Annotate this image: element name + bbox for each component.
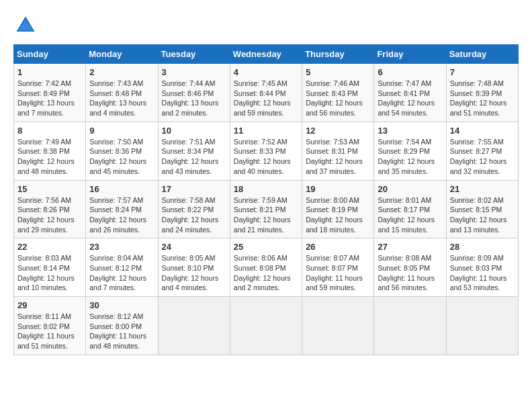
day-detail: Sunrise: 7:58 AMSunset: 8:22 PMDaylight:… (162, 196, 219, 234)
day-number: 16 (89, 184, 154, 194)
calendar-cell: 29 Sunrise: 8:11 AMSunset: 8:02 PMDaylig… (14, 297, 86, 355)
day-detail: Sunrise: 7:56 AMSunset: 8:26 PMDaylight:… (17, 196, 75, 234)
day-detail: Sunrise: 7:47 AMSunset: 8:41 PMDaylight:… (378, 79, 435, 117)
calendar-cell (302, 297, 374, 355)
day-number: 5 (306, 67, 370, 77)
calendar-cell: 12 Sunrise: 7:53 AMSunset: 8:31 PMDaylig… (302, 122, 374, 180)
day-detail: Sunrise: 8:03 AMSunset: 8:14 PMDaylight:… (17, 254, 75, 291)
calendar-cell: 3 Sunrise: 7:44 AMSunset: 8:46 PMDayligh… (158, 64, 230, 122)
column-header-thursday: Thursday (302, 45, 374, 64)
calendar-cell: 15 Sunrise: 7:56 AMSunset: 8:26 PMDaylig… (14, 180, 86, 238)
calendar-cell: 16 Sunrise: 7:57 AMSunset: 8:24 PMDaylig… (86, 180, 158, 238)
calendar-cell: 23 Sunrise: 8:04 AMSunset: 8:12 PMDaylig… (86, 238, 158, 297)
calendar-cell: 7 Sunrise: 7:48 AMSunset: 8:39 PMDayligh… (446, 64, 518, 122)
day-detail: Sunrise: 7:54 AMSunset: 8:29 PMDaylight:… (378, 138, 435, 175)
day-number: 10 (162, 126, 226, 136)
calendar-header: SundayMondayTuesdayWednesdayThursdayFrid… (14, 45, 519, 64)
day-number: 17 (162, 184, 226, 194)
calendar-cell: 26 Sunrise: 8:07 AMSunset: 8:07 PMDaylig… (302, 238, 374, 297)
day-number: 24 (162, 242, 226, 252)
calendar-cell: 20 Sunrise: 8:01 AMSunset: 8:17 PMDaylig… (374, 180, 446, 238)
day-number: 25 (234, 242, 298, 252)
day-number: 30 (89, 300, 154, 310)
calendar-week-row: 8 Sunrise: 7:49 AMSunset: 8:38 PMDayligh… (14, 122, 519, 180)
calendar-cell: 30 Sunrise: 8:12 AMSunset: 8:00 PMDaylig… (86, 297, 158, 355)
day-detail: Sunrise: 7:45 AMSunset: 8:44 PMDaylight:… (234, 79, 291, 117)
day-detail: Sunrise: 8:08 AMSunset: 8:05 PMDaylight:… (378, 254, 435, 291)
calendar-cell: 9 Sunrise: 7:50 AMSunset: 8:36 PMDayligh… (86, 122, 158, 180)
column-header-saturday: Saturday (446, 45, 518, 64)
calendar-cell (446, 297, 518, 355)
day-number: 26 (306, 242, 370, 252)
calendar-body: 1 Sunrise: 7:42 AMSunset: 8:49 PMDayligh… (14, 64, 519, 355)
day-detail: Sunrise: 8:06 AMSunset: 8:08 PMDaylight:… (234, 254, 291, 291)
day-number: 27 (378, 242, 442, 252)
day-detail: Sunrise: 7:44 AMSunset: 8:46 PMDaylight:… (162, 79, 219, 117)
calendar-cell: 18 Sunrise: 7:59 AMSunset: 8:21 PMDaylig… (230, 180, 302, 238)
day-detail: Sunrise: 8:09 AMSunset: 8:03 PMDaylight:… (450, 254, 507, 291)
day-detail: Sunrise: 8:01 AMSunset: 8:17 PMDaylight:… (378, 196, 435, 234)
column-header-tuesday: Tuesday (158, 45, 230, 64)
day-number: 15 (17, 184, 82, 194)
day-number: 6 (378, 67, 442, 77)
day-detail: Sunrise: 7:59 AMSunset: 8:21 PMDaylight:… (234, 196, 291, 234)
calendar-cell: 19 Sunrise: 8:00 AMSunset: 8:19 PMDaylig… (302, 180, 374, 238)
day-detail: Sunrise: 7:53 AMSunset: 8:31 PMDaylight:… (306, 138, 363, 175)
day-number: 1 (17, 67, 82, 77)
day-number: 2 (89, 67, 154, 77)
column-header-friday: Friday (374, 45, 446, 64)
calendar-cell: 2 Sunrise: 7:43 AMSunset: 8:48 PMDayligh… (86, 64, 158, 122)
day-detail: Sunrise: 8:07 AMSunset: 8:07 PMDaylight:… (306, 254, 363, 291)
day-number: 13 (378, 126, 442, 136)
column-header-sunday: Sunday (14, 45, 86, 64)
header-row: SundayMondayTuesdayWednesdayThursdayFrid… (14, 45, 519, 64)
day-number: 29 (17, 300, 82, 310)
day-detail: Sunrise: 7:48 AMSunset: 8:39 PMDaylight:… (450, 79, 507, 117)
day-detail: Sunrise: 8:00 AMSunset: 8:19 PMDaylight:… (306, 196, 363, 234)
calendar-cell: 10 Sunrise: 7:51 AMSunset: 8:34 PMDaylig… (158, 122, 230, 180)
day-number: 18 (234, 184, 298, 194)
day-number: 8 (17, 126, 82, 136)
calendar-table: SundayMondayTuesdayWednesdayThursdayFrid… (13, 44, 519, 355)
day-detail: Sunrise: 7:46 AMSunset: 8:43 PMDaylight:… (306, 79, 363, 117)
calendar-cell: 8 Sunrise: 7:49 AMSunset: 8:38 PMDayligh… (14, 122, 86, 180)
column-header-wednesday: Wednesday (230, 45, 302, 64)
calendar-week-row: 15 Sunrise: 7:56 AMSunset: 8:26 PMDaylig… (14, 180, 519, 238)
calendar-cell: 11 Sunrise: 7:52 AMSunset: 8:33 PMDaylig… (230, 122, 302, 180)
day-detail: Sunrise: 7:51 AMSunset: 8:34 PMDaylight:… (162, 138, 219, 175)
day-number: 14 (450, 126, 515, 136)
day-number: 12 (306, 126, 370, 136)
calendar-cell: 22 Sunrise: 8:03 AMSunset: 8:14 PMDaylig… (14, 238, 86, 297)
calendar-cell: 17 Sunrise: 7:58 AMSunset: 8:22 PMDaylig… (158, 180, 230, 238)
calendar-cell: 27 Sunrise: 8:08 AMSunset: 8:05 PMDaylig… (374, 238, 446, 297)
calendar-cell (374, 297, 446, 355)
day-number: 11 (234, 126, 298, 136)
calendar-week-row: 29 Sunrise: 8:11 AMSunset: 8:02 PMDaylig… (14, 297, 519, 355)
day-number: 28 (450, 242, 515, 252)
calendar-cell: 1 Sunrise: 7:42 AMSunset: 8:49 PMDayligh… (14, 64, 86, 122)
calendar-week-row: 1 Sunrise: 7:42 AMSunset: 8:49 PMDayligh… (14, 64, 519, 122)
calendar-cell (230, 297, 302, 355)
day-detail: Sunrise: 8:11 AMSunset: 8:02 PMDaylight:… (17, 312, 75, 350)
day-number: 21 (450, 184, 515, 194)
logo-icon (13, 13, 38, 38)
day-detail: Sunrise: 8:04 AMSunset: 8:12 PMDaylight:… (89, 254, 146, 291)
day-number: 19 (306, 184, 370, 194)
calendar-cell: 25 Sunrise: 8:06 AMSunset: 8:08 PMDaylig… (230, 238, 302, 297)
day-detail: Sunrise: 7:50 AMSunset: 8:36 PMDaylight:… (89, 138, 146, 175)
day-detail: Sunrise: 7:49 AMSunset: 8:38 PMDaylight:… (17, 138, 75, 175)
page-header (13, 13, 519, 38)
calendar-cell: 13 Sunrise: 7:54 AMSunset: 8:29 PMDaylig… (374, 122, 446, 180)
day-number: 9 (89, 126, 154, 136)
calendar-cell: 24 Sunrise: 8:05 AMSunset: 8:10 PMDaylig… (158, 238, 230, 297)
day-detail: Sunrise: 7:57 AMSunset: 8:24 PMDaylight:… (89, 196, 146, 234)
calendar-week-row: 22 Sunrise: 8:03 AMSunset: 8:14 PMDaylig… (14, 238, 519, 297)
calendar-cell: 28 Sunrise: 8:09 AMSunset: 8:03 PMDaylig… (446, 238, 518, 297)
day-number: 4 (234, 67, 298, 77)
day-detail: Sunrise: 7:42 AMSunset: 8:49 PMDaylight:… (17, 79, 75, 117)
day-detail: Sunrise: 7:52 AMSunset: 8:33 PMDaylight:… (234, 138, 291, 175)
day-detail: Sunrise: 8:12 AMSunset: 8:00 PMDaylight:… (89, 312, 146, 350)
day-detail: Sunrise: 8:05 AMSunset: 8:10 PMDaylight:… (162, 254, 219, 291)
day-number: 3 (162, 67, 226, 77)
day-detail: Sunrise: 8:02 AMSunset: 8:15 PMDaylight:… (450, 196, 507, 234)
